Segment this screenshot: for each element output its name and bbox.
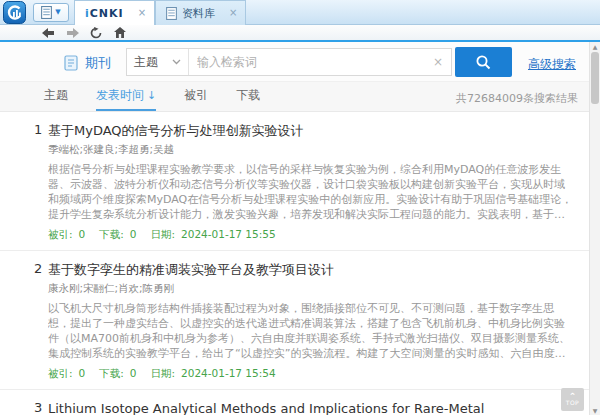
refresh-icon [90, 27, 102, 39]
downloads-value: 0 [130, 367, 137, 379]
tab-cnki[interactable]: iCNKI × [74, 0, 155, 25]
search-field-select[interactable]: 主题 [127, 49, 189, 75]
home-button[interactable] [110, 25, 130, 40]
search-input-group: 主题 × [126, 48, 452, 76]
cnki-wordmark: iCNKI [85, 7, 124, 20]
back-button[interactable] [38, 25, 58, 40]
date-label: 日期: [150, 367, 175, 379]
page-icon [166, 7, 177, 20]
scrollbar-thumb[interactable] [591, 52, 599, 104]
close-icon[interactable]: × [138, 8, 146, 18]
cited-value: 0 [79, 228, 86, 240]
titlebar: ▼ iCNKI × 资料库 × [0, 0, 600, 25]
cited-value: 0 [79, 367, 86, 379]
sort-bar: 主题 发表时间 ↓ 被引 下载 共72684009条搜索结果 [0, 82, 600, 112]
refresh-button[interactable] [86, 25, 106, 40]
sort-item-download[interactable]: 下载 [236, 82, 260, 111]
cited-label: 被引: [48, 367, 73, 379]
date-label: 日期: [150, 228, 175, 240]
search-icon [475, 54, 492, 71]
result-stats: 被引:0下载:0日期:2024-01-17 15:54 [48, 367, 575, 381]
nav-toolbar [0, 25, 600, 42]
tab-label: 资料库 [182, 6, 215, 21]
result-abstract: 以飞机大尺寸机身筒形结构件插接装配过程为对象，围绕插接部位不可见、不可测问题，基… [48, 301, 575, 361]
advanced-search-link[interactable]: 高级搜索 [528, 56, 576, 73]
result-item: 3 Lithium Isotope Analytical Methods and… [0, 390, 600, 415]
search-input[interactable] [189, 49, 425, 75]
scroll-up-icon[interactable]: ▲ [590, 43, 600, 50]
result-title[interactable]: 基于数字孪生的精准调装实验平台及教学项目设计 [48, 261, 575, 279]
search-bar: 期刊 主题 × 高级搜索 [0, 42, 600, 82]
result-authors[interactable]: 康永刚;宋翮仁;肖欢;陈勇刚 [48, 282, 575, 296]
forward-button[interactable] [62, 25, 82, 40]
downloads-value: 0 [130, 228, 137, 240]
vertical-scrollbar[interactable]: ▲ ▼ [589, 42, 600, 415]
result-item: 2 基于数字孪生的精准调装实验平台及教学项目设计 康永刚;宋翮仁;肖欢;陈勇刚 … [0, 251, 600, 390]
cited-label: 被引: [48, 228, 73, 240]
dropdown-arrow-icon: ▼ [55, 9, 60, 16]
category-selector[interactable]: 期刊 [64, 54, 111, 72]
tab-database[interactable]: 资料库 × [155, 0, 246, 25]
field-select-value: 主题 [134, 54, 158, 71]
result-number: 1 [34, 122, 42, 137]
search-button[interactable] [455, 47, 512, 77]
results-count: 共72684009条搜索结果 [456, 91, 578, 106]
forward-arrow-icon [66, 28, 79, 38]
category-label: 期刊 [85, 54, 111, 72]
chevron-down-icon [172, 59, 181, 65]
result-number: 2 [34, 261, 42, 276]
downloads-label: 下载: [99, 367, 124, 379]
back-to-top-button[interactable]: ⌃ TOP [561, 388, 584, 411]
result-title[interactable]: Lithium Isotope Analytical Methods and I… [48, 400, 575, 415]
result-authors[interactable]: 季端松;张建良;李超勇;吴越 [48, 143, 575, 157]
quick-launch-button[interactable]: ▼ [33, 3, 69, 22]
top-button-label: TOP [566, 399, 580, 406]
downloads-label: 下载: [99, 228, 124, 240]
journal-icon [64, 55, 79, 71]
date-value: 2024-01-17 15:54 [181, 367, 276, 379]
back-arrow-icon [42, 28, 55, 38]
result-stats: 被引:0下载:0日期:2024-01-17 15:55 [48, 228, 575, 242]
clear-input-icon[interactable]: × [425, 55, 451, 69]
app-window: ▼ iCNKI × 资料库 × [0, 0, 600, 415]
sort-item-publish-time[interactable]: 发表时间 ↓ [96, 82, 156, 111]
sort-item-topic[interactable]: 主题 [44, 82, 68, 111]
result-title[interactable]: 基于MyDAQ的信号分析与处理创新实验设计 [48, 122, 575, 140]
sort-descending-icon: ↓ [147, 89, 156, 102]
sort-item-cited[interactable]: 被引 [184, 82, 208, 111]
scroll-down-icon[interactable]: ▼ [590, 407, 600, 414]
page-icon [41, 6, 52, 19]
close-icon[interactable]: × [229, 8, 237, 18]
home-icon [114, 27, 126, 38]
date-value: 2024-01-17 15:55 [181, 228, 276, 240]
cnki-app-logo-icon[interactable] [3, 1, 26, 24]
result-abstract: 根据信号分析与处理课程实验教学要求，以信号的采样与恢复实验为例，综合利用MyDA… [48, 162, 575, 222]
results-list: 1 基于MyDAQ的信号分析与处理创新实验设计 季端松;张建良;李超勇;吴越 根… [0, 112, 600, 415]
result-item: 1 基于MyDAQ的信号分析与处理创新实验设计 季端松;张建良;李超勇;吴越 根… [0, 112, 600, 251]
result-number: 3 [34, 400, 42, 415]
tab-strip: iCNKI × 资料库 × [74, 0, 246, 25]
